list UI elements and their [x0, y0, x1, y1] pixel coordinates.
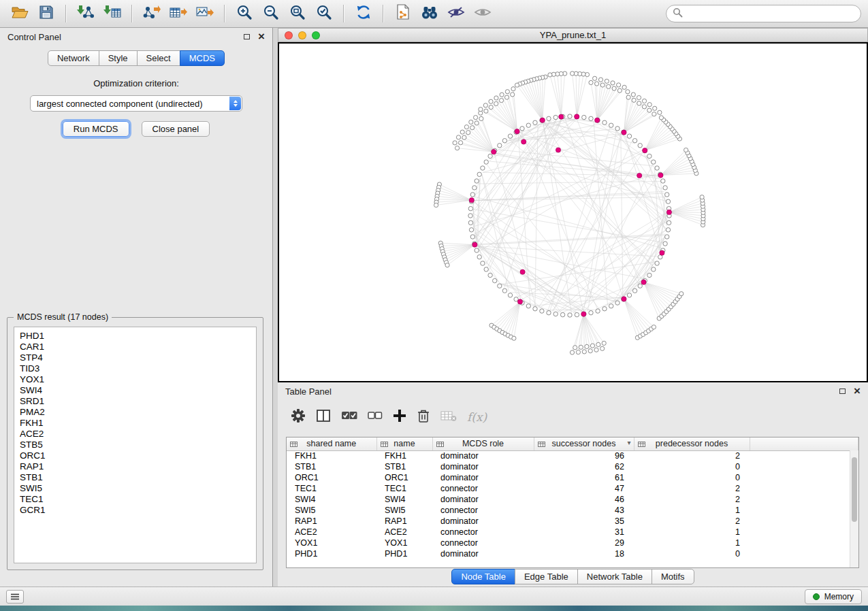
close-panel-button[interactable]: Close panel	[142, 121, 210, 137]
mcds-result-item[interactable]: GCR1	[20, 505, 251, 516]
table-cell[interactable]: STB1	[287, 461, 376, 472]
table-cell[interactable]: connector	[432, 483, 534, 494]
close-panel-icon[interactable]: ×	[258, 33, 265, 41]
function-builder-button[interactable]: f(x)	[467, 410, 487, 424]
table-cell[interactable]: PHD1	[287, 548, 376, 559]
table-row[interactable]: ACE2ACE2connector311	[287, 527, 858, 538]
import-network-button[interactable]	[73, 3, 98, 24]
float-panel-icon[interactable]	[839, 389, 846, 394]
show-all-button[interactable]	[470, 3, 495, 24]
maximize-window-icon[interactable]	[312, 31, 320, 39]
mcds-result-item[interactable]: TEC1	[20, 494, 251, 505]
network-canvas[interactable]	[278, 42, 868, 382]
table-cell[interactable]: 2	[634, 494, 750, 505]
table-cell[interactable]: ORC1	[287, 472, 376, 483]
mcds-result-item[interactable]: PHD1	[20, 331, 251, 342]
table-row[interactable]: PHD1PHD1dominator180	[287, 548, 858, 559]
table-cell[interactable]: ORC1	[376, 472, 432, 483]
tab-select[interactable]: Select	[137, 50, 180, 66]
table-cell[interactable]: ACE2	[376, 527, 432, 538]
clone-network-button[interactable]	[390, 3, 415, 24]
clear-table-button[interactable]	[440, 409, 457, 425]
table-cell[interactable]	[750, 505, 858, 516]
table-row[interactable]: SWI5SWI5connector431	[287, 505, 858, 516]
table-cell[interactable]	[750, 548, 858, 559]
table-cell[interactable]: 2	[634, 516, 750, 527]
column-menu-caret-icon[interactable]: ▾	[627, 439, 630, 446]
save-session-button[interactable]	[33, 3, 59, 24]
mcds-result-item[interactable]: STB1	[20, 472, 251, 483]
table-settings-button[interactable]	[291, 408, 306, 426]
table-cell[interactable]: 46	[534, 494, 634, 505]
table-cell[interactable]: connector	[432, 505, 534, 516]
table-cell[interactable]: dominator	[432, 472, 534, 483]
tab-network-table[interactable]: Network Table	[577, 569, 652, 584]
export-image-button[interactable]	[192, 3, 217, 24]
table-cell[interactable]: FKH1	[376, 450, 432, 461]
zoom-selected-button[interactable]	[311, 3, 336, 24]
tab-motifs[interactable]: Motifs	[652, 569, 694, 584]
table-cell[interactable]: 2	[634, 450, 750, 461]
run-mcds-button[interactable]: Run MCDS	[63, 121, 129, 137]
mcds-result-item[interactable]: SWI5	[20, 483, 251, 494]
table-cell[interactable]: dominator	[432, 548, 534, 559]
table-cell[interactable]: STB1	[376, 461, 432, 472]
table-cell[interactable]: dominator	[432, 450, 534, 461]
close-window-icon[interactable]	[285, 31, 293, 39]
tab-edge-table[interactable]: Edge Table	[515, 569, 578, 584]
float-panel-icon[interactable]	[244, 34, 250, 39]
table-row[interactable]: YOX1YOX1connector291	[287, 538, 858, 548]
table-row[interactable]: RAP1RAP1dominator352	[287, 516, 858, 527]
table-cell[interactable]	[750, 450, 858, 461]
tab-network[interactable]: Network	[48, 50, 99, 66]
import-table-button[interactable]	[99, 3, 125, 24]
close-panel-icon[interactable]: ×	[854, 387, 861, 395]
table-cell[interactable]: connector	[432, 527, 534, 538]
column-header-successor-nodes[interactable]: successor nodes▾	[534, 437, 634, 450]
table-cell[interactable]: 18	[534, 548, 634, 559]
table-row[interactable]: SWI4SWI4dominator462	[287, 494, 858, 505]
column-header-mcds-role[interactable]: MCDS role	[432, 437, 534, 450]
hide-selected-button[interactable]	[443, 3, 468, 24]
table-cell[interactable]: YOX1	[376, 538, 432, 548]
table-cell[interactable]: 96	[534, 450, 634, 461]
criterion-dropdown[interactable]: largest connected component (undirected)	[30, 95, 242, 112]
table-cell[interactable]: ACE2	[287, 527, 376, 538]
table-cell[interactable]: TEC1	[376, 483, 432, 494]
table-cell[interactable]	[750, 538, 858, 548]
search-input[interactable]	[687, 9, 854, 19]
status-menu-button[interactable]	[6, 590, 24, 604]
search-box[interactable]	[666, 5, 861, 22]
export-table-button[interactable]	[165, 3, 191, 24]
first-neighbors-button[interactable]	[417, 3, 442, 24]
mcds-result-item[interactable]: ORC1	[20, 450, 251, 461]
table-cell[interactable]: RAP1	[376, 516, 432, 527]
table-cell[interactable]: 1	[634, 538, 750, 548]
table-cell[interactable]	[750, 483, 858, 494]
mcds-result-item[interactable]: SRD1	[20, 396, 251, 407]
delete-column-button[interactable]	[417, 408, 430, 426]
table-cell[interactable]: 47	[534, 483, 634, 494]
zoom-fit-button[interactable]	[285, 3, 310, 24]
open-file-button[interactable]	[7, 3, 32, 24]
table-row[interactable]: STB1STB1dominator620	[287, 461, 858, 472]
scrollbar-thumb[interactable]	[852, 457, 857, 522]
table-cell[interactable]: 29	[534, 538, 634, 548]
table-cell[interactable]: SWI4	[287, 494, 376, 505]
table-cell[interactable]: SWI4	[376, 494, 432, 505]
mcds-result-item[interactable]: TID3	[20, 363, 251, 374]
mcds-result-item[interactable]: PMA2	[20, 407, 251, 418]
table-cell[interactable]: RAP1	[287, 516, 376, 527]
mcds-result-item[interactable]: STP4	[20, 352, 251, 363]
table-cell[interactable]: 31	[534, 527, 634, 538]
table-cell[interactable]: connector	[432, 538, 534, 548]
table-cell[interactable]: 0	[634, 461, 750, 472]
mcds-result-item[interactable]: SWI4	[20, 385, 251, 396]
table-cell[interactable]: dominator	[432, 494, 534, 505]
column-header-name[interactable]: name	[376, 437, 432, 450]
mcds-result-item[interactable]: CAR1	[20, 342, 251, 352]
table-cell[interactable]	[750, 494, 858, 505]
table-cell[interactable]	[750, 516, 858, 527]
table-row[interactable]: TEC1TEC1connector472	[287, 483, 858, 494]
table-cell[interactable]: SWI5	[287, 505, 376, 516]
